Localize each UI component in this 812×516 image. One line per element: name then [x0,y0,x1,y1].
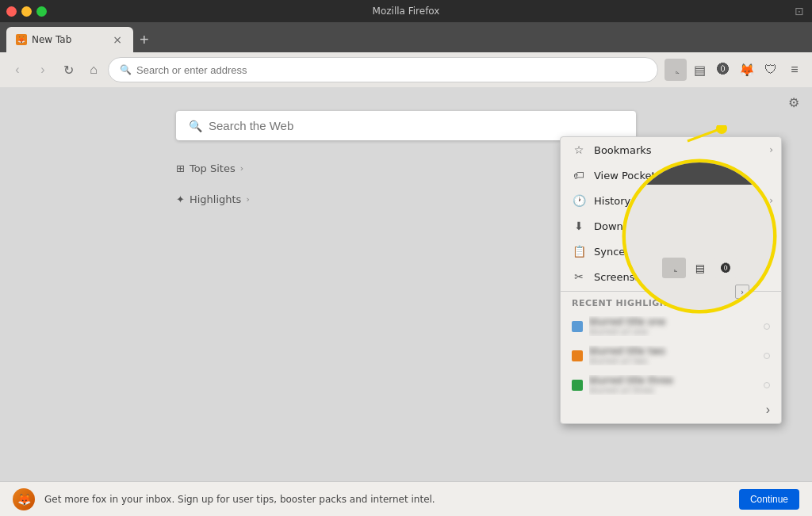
recent-item-favicon-1 [572,321,583,332]
pocket-label: View Pocket List [594,170,676,182]
circle-icon [764,353,770,359]
recent-item-url-2: blurred url two [589,357,757,365]
notification-bar: 🦊 Get more fox in your inbox. Sign up fo… [0,481,812,516]
recent-item-1[interactable]: blurred title one blurred url one [561,312,781,341]
gear-icon: ⚙ [788,96,799,109]
reading-view-icon: ▤ [694,63,706,78]
pocket-list-icon: 🏷 [572,169,586,182]
notification-continue-button[interactable]: Continue [739,489,799,510]
shield-icon: 🛡 [764,63,777,77]
recent-item-text-1: blurred title one blurred url one [589,316,757,336]
recent-item-text-2: blurred title two blurred url two [589,346,757,365]
grid-icon: ⊞ [176,162,185,174]
library-button[interactable]: 𝅊 [665,59,687,81]
recent-item-url-3: blurred url three [589,386,757,395]
arrow-icon: › [769,195,773,206]
recent-item-actions-2 [764,353,770,359]
screenshots-label: Screenshots [594,271,657,283]
maximize-button[interactable] [36,6,47,17]
reading-view-button[interactable]: ▤ [688,59,710,81]
toolbar-icons: 𝅊 ▤ ⓿ 🦊 🛡 ≡ [665,59,806,81]
tab-bar: 🦊 New Tab × + [6,27,806,52]
library-dropdown-menu: ☆ Bookmarks › 🏷 View Pocket List 🕐 Histo… [560,136,782,424]
shield-button[interactable]: 🛡 [760,59,782,81]
close-button[interactable] [6,6,17,17]
menu-item-bookmarks[interactable]: ☆ Bookmarks › [561,137,781,162]
search-icon: 🔍 [120,64,132,75]
hamburger-icon: ≡ [791,63,798,77]
arrow-icon: › [769,144,773,155]
chevron-right-icon: › [240,163,243,174]
recent-item-title-3: blurred title three [589,375,757,386]
recent-item-url-1: blurred url one [589,327,757,336]
menu-item-history[interactable]: 🕐 History › [561,188,781,213]
title-bar: Mozilla Firefox ⊡ [0,0,812,22]
menu-button[interactable]: ≡ [783,59,806,81]
main-search-input[interactable] [209,119,623,132]
extension-button[interactable]: 🦊 [736,59,758,81]
tab-close-button[interactable]: × [111,33,124,46]
chevron-right-icon: › [246,194,249,204]
synced-tabs-label: Synced Tabs [594,246,658,258]
circle-icon [764,382,770,388]
bookmarks-icon: ☆ [572,143,586,156]
window-icon: ⊡ [795,5,804,17]
new-tab-button[interactable]: + [135,31,154,49]
recent-highlights-header: Recent Highlights [561,293,781,312]
menu-item-pocket[interactable]: 🏷 View Pocket List [561,162,781,188]
arrow-icon: › [769,220,773,231]
screenshots-icon: ✂ [572,270,586,283]
menu-item-downloads[interactable]: ⬇ Downloads › [561,213,781,239]
recent-item-favicon-2 [572,350,583,361]
menu-item-synced-tabs[interactable]: 📋 Synced Tabs › [561,239,781,264]
settings-button[interactable]: ⚙ [788,95,799,110]
recent-item-favicon-3 [572,380,583,391]
show-all-row: › [561,399,781,423]
search-icon: 🔍 [189,120,202,132]
pocket-icon: ⓿ [717,63,730,77]
arrow-icon: › [769,246,773,257]
history-icon: 🕐 [572,194,586,207]
home-button[interactable]: ⌂ [82,59,105,81]
address-bar[interactable]: 🔍 [108,57,658,82]
fox-avatar: 🦊 [13,488,35,510]
menu-divider [561,291,781,292]
active-tab[interactable]: 🦊 New Tab × [6,27,133,52]
recent-item-actions-3 [764,382,770,388]
recent-item-3[interactable]: blurred title three blurred url three [561,370,781,399]
nav-bar: ‹ › ↻ ⌂ 🔍 𝅊 ▤ ⓿ 🦊 🛡 ≡ [0,52,812,87]
circle-icon [764,323,770,330]
refresh-button[interactable]: ↻ [57,59,79,81]
downloads-icon: ⬇ [572,220,586,232]
history-label: History [594,195,630,207]
top-sites-label: Top Sites [190,162,236,174]
main-content: ⚙ 🔍 ⊞ Top Sites › ✦ Highlights › ☆ Bookm… [0,87,812,481]
tab-favicon: 🦊 [16,34,27,45]
svg-point-1 [716,125,727,134]
recent-item-title-1: blurred title one [589,316,757,327]
extension-icon: 🦊 [739,63,755,78]
recent-item-text-3: blurred title three blurred url three [589,375,757,395]
tab-title: New Tab [32,34,106,45]
synced-tabs-icon: 📋 [572,245,586,258]
recent-item-2[interactable]: blurred title two blurred url two [561,341,781,370]
address-input[interactable] [136,64,646,76]
browser-chrome: 🦊 New Tab × + [0,22,812,52]
minimize-button[interactable] [21,6,32,17]
forward-button[interactable]: › [32,59,54,81]
notification-text: Get more fox in your inbox. Sign up for … [44,494,730,505]
show-all-button[interactable]: › [766,403,770,417]
back-button[interactable]: ‹ [6,59,29,81]
downloads-label: Downloads [594,220,650,232]
pocket-button[interactable]: ⓿ [712,59,734,81]
recent-item-actions-1 [764,323,770,330]
window-title: Mozilla Firefox [373,6,440,17]
sparkle-icon: ✦ [176,193,185,205]
menu-item-screenshots[interactable]: ✂ Screenshots [561,264,781,289]
bookmarks-label: Bookmarks [594,144,652,156]
highlights-label: Highlights [190,193,241,205]
window-controls [6,6,47,17]
recent-item-title-2: blurred title two [589,346,757,357]
